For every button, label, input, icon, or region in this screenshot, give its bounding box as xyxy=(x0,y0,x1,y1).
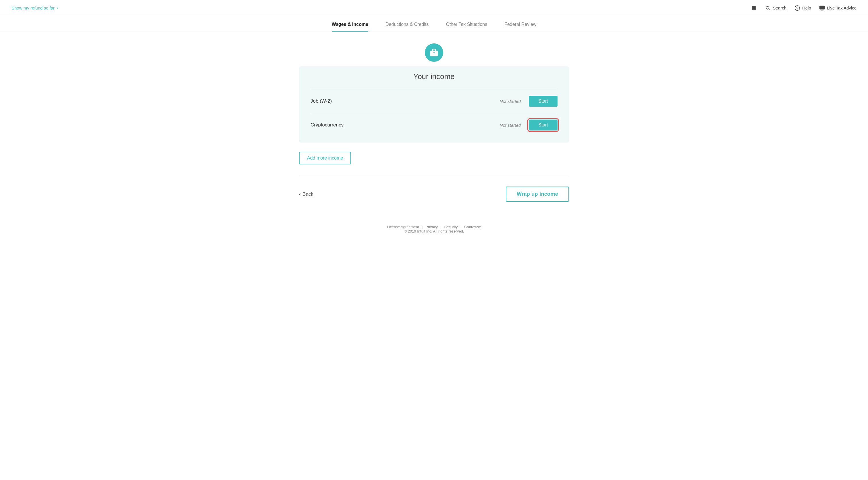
bottom-nav: ‹ Back Wrap up income xyxy=(299,186,569,202)
live-tax-label: Live Tax Advice xyxy=(827,5,857,10)
tab-deductions-credits[interactable]: Deductions & Credits xyxy=(385,22,429,32)
search-action[interactable]: Search xyxy=(765,5,786,11)
tab-wages-income[interactable]: Wages & Income xyxy=(332,22,368,32)
footer-license-link[interactable]: License Agreement xyxy=(387,225,419,229)
tab-other-tax-situations[interactable]: Other Tax Situations xyxy=(446,22,487,32)
income-label-crypto: Cryptocurrency xyxy=(310,122,343,128)
footer-privacy-link[interactable]: Privacy xyxy=(425,225,438,229)
income-row-right-job-w2: Not started Start xyxy=(500,96,558,107)
start-button-crypto[interactable]: Start xyxy=(529,120,558,130)
start-button-job-w2[interactable]: Start xyxy=(529,96,558,107)
footer-cobrowse-link[interactable]: Cobrowse xyxy=(464,225,481,229)
chevron-right-icon: › xyxy=(56,5,58,11)
svg-rect-3 xyxy=(430,51,438,56)
search-label: Search xyxy=(773,5,786,10)
wrap-up-income-button[interactable]: Wrap up income xyxy=(506,186,569,202)
bookmark-icon xyxy=(751,5,757,11)
live-tax-advice[interactable]: Live Tax Advice xyxy=(819,5,857,11)
help-label: Help xyxy=(802,5,811,10)
svg-rect-2 xyxy=(820,6,825,9)
status-crypto: Not started xyxy=(500,123,521,128)
person-icon xyxy=(819,5,825,11)
income-row-crypto: Cryptocurrency Not started Start xyxy=(310,113,558,137)
show-refund-label: Show my refund so far xyxy=(11,5,55,10)
back-label: Back xyxy=(303,191,313,197)
footer-security-link[interactable]: Security xyxy=(444,225,458,229)
nav-tabs: Wages & Income Deductions & Credits Othe… xyxy=(0,16,868,32)
top-bar: Show my refund so far › Search Help Live… xyxy=(0,0,868,16)
help-icon xyxy=(795,5,800,11)
income-icon-circle xyxy=(425,43,443,62)
add-more-wrap: Add more income xyxy=(299,152,569,164)
income-icon-wrap xyxy=(299,43,569,62)
top-bar-right: Search Help Live Tax Advice xyxy=(751,5,857,11)
footer-copyright: © 2019 Intuit Inc. All rights reserved. xyxy=(404,229,464,233)
show-refund-link[interactable]: Show my refund so far › xyxy=(11,5,58,11)
briefcase-icon xyxy=(429,48,439,57)
svg-point-1 xyxy=(797,9,798,9)
income-row-right-crypto: Not started Start xyxy=(500,120,558,130)
back-link[interactable]: ‹ Back xyxy=(299,191,313,197)
income-label-job-w2: Job (W-2) xyxy=(310,98,332,104)
add-more-income-button[interactable]: Add more income xyxy=(299,152,351,164)
help-action[interactable]: Help xyxy=(795,5,811,11)
income-card: Your income Job (W-2) Not started Start … xyxy=(299,66,569,143)
income-card-title: Your income xyxy=(310,66,558,89)
footer: License Agreement | Privacy | Security |… xyxy=(0,219,868,239)
section-divider xyxy=(299,176,569,176)
search-icon xyxy=(765,5,771,11)
status-job-w2: Not started xyxy=(500,99,521,104)
income-row-job-w2: Job (W-2) Not started Start xyxy=(310,89,558,113)
main-content: Your income Job (W-2) Not started Start … xyxy=(293,32,575,219)
tab-federal-review[interactable]: Federal Review xyxy=(504,22,536,32)
bookmark-action[interactable] xyxy=(751,5,757,11)
chevron-left-icon: ‹ xyxy=(299,191,301,197)
